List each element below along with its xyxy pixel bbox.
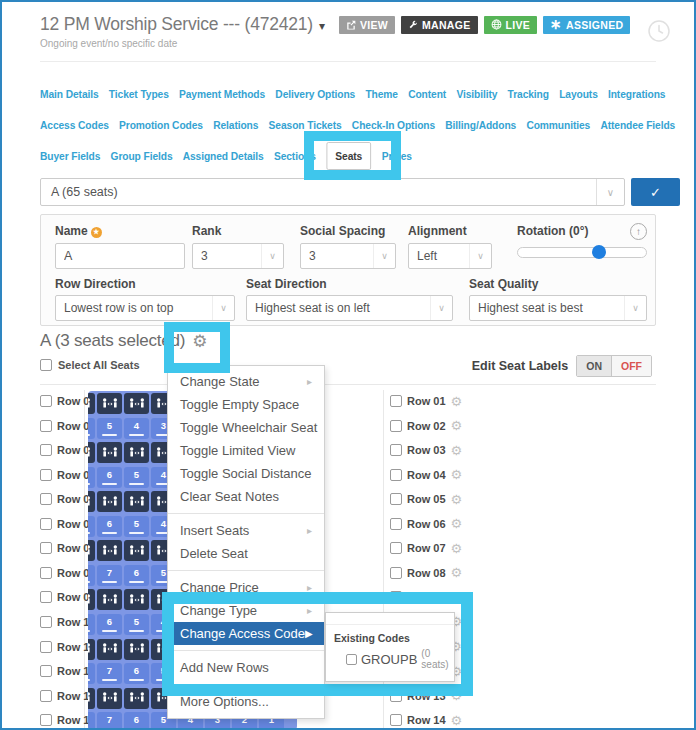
row-checkbox[interactable] xyxy=(40,665,52,677)
social-spacing-select[interactable]: 3∨ xyxy=(300,243,396,269)
row-checkbox[interactable] xyxy=(40,714,52,726)
seat-8[interactable]: 8 xyxy=(88,712,95,730)
row-checkbox[interactable] xyxy=(390,690,402,702)
menu-item-clear-seat-notes[interactable]: Clear Seat Notes xyxy=(168,485,324,508)
tab-main-details[interactable]: Main Details xyxy=(40,88,99,100)
section-select[interactable]: A (65 seats) ∨ xyxy=(40,178,625,206)
seat-6[interactable]: 6 xyxy=(124,663,149,684)
menu-item-change-state[interactable]: Change State▸ xyxy=(168,370,324,393)
seat-6[interactable]: 6 xyxy=(97,467,122,488)
row-settings-gear-icon[interactable]: ⚙ xyxy=(451,714,463,727)
edit-labels-on-button[interactable]: ON xyxy=(577,356,612,376)
seat-direction-select[interactable]: Highest seat is on left∨ xyxy=(246,295,453,321)
seat-6[interactable]: 6 xyxy=(124,712,149,730)
row-settings-gear-icon[interactable]: ⚙ xyxy=(451,566,463,579)
seat-5[interactable]: 5 xyxy=(124,467,149,488)
select-all-checkbox[interactable] xyxy=(40,359,52,371)
menu-item-more-options[interactable]: More Options... xyxy=(168,690,324,713)
menu-item-toggle-limited-view[interactable]: Toggle Limited View xyxy=(168,439,324,462)
blocked-seat[interactable] xyxy=(88,491,95,512)
tab-prices[interactable]: Prices xyxy=(382,150,412,162)
live-badge[interactable]: LIVE xyxy=(484,16,538,34)
row-settings-gear-icon[interactable]: ⚙ xyxy=(451,689,463,702)
seat-5[interactable]: 5 xyxy=(97,418,122,439)
menu-item-change-price[interactable]: Change Price▸ xyxy=(168,576,324,599)
rotation-slider-thumb[interactable] xyxy=(592,245,606,259)
tab-sections[interactable]: Sections xyxy=(274,150,316,162)
groupb-checkbox[interactable] xyxy=(346,654,357,665)
blocked-seat[interactable] xyxy=(88,688,95,709)
tab-relations[interactable]: Relations xyxy=(213,119,258,131)
row-checkbox[interactable] xyxy=(390,542,402,554)
row-checkbox[interactable] xyxy=(40,493,52,505)
blocked-seat[interactable] xyxy=(124,639,149,660)
select-all-seats[interactable]: Select All Seats xyxy=(40,359,140,371)
tab-access-codes[interactable]: Access Codes xyxy=(40,119,109,131)
tab-delivery-options[interactable]: Delivery Options xyxy=(275,88,355,100)
seat-quality-select[interactable]: Highest seat is best∨ xyxy=(469,295,647,321)
blocked-seat[interactable] xyxy=(124,540,149,561)
row-checkbox[interactable] xyxy=(40,542,52,554)
tab-check-in-options[interactable]: Check-In Options xyxy=(352,119,435,131)
row-checkbox[interactable] xyxy=(40,420,52,432)
blocked-seat[interactable] xyxy=(88,393,95,414)
blocked-seat[interactable] xyxy=(97,688,122,709)
row-settings-gear-icon[interactable]: ⚙ xyxy=(451,591,463,604)
edit-labels-off-button[interactable]: OFF xyxy=(612,356,651,376)
blocked-seat[interactable] xyxy=(97,589,122,610)
row-checkbox[interactable] xyxy=(40,518,52,530)
blocked-seat[interactable] xyxy=(124,393,149,414)
tab-season-tickets[interactable]: Season Tickets xyxy=(269,119,342,131)
assigned-badge[interactable]: ∗ASSIGNED xyxy=(543,16,630,34)
seat-6[interactable]: 6 xyxy=(124,565,149,586)
tab-integrations[interactable]: Integrations xyxy=(608,88,665,100)
blocked-seat[interactable] xyxy=(88,589,95,610)
seat-8[interactable]: 8 xyxy=(88,565,95,586)
seat-6[interactable]: 6 xyxy=(97,516,122,537)
row-settings-gear-icon[interactable]: ⚙ xyxy=(451,395,463,408)
row-checkbox[interactable] xyxy=(390,567,402,579)
seat-7[interactable]: 7 xyxy=(97,663,122,684)
name-field[interactable] xyxy=(55,243,185,269)
tab-seats[interactable]: Seats xyxy=(326,142,371,170)
collapse-panel-icon[interactable]: ↑ xyxy=(630,223,647,240)
tab-ticket-types[interactable]: Ticket Types xyxy=(109,88,169,100)
tab-billing-addons[interactable]: Billing/Addons xyxy=(445,119,516,131)
blocked-seat[interactable] xyxy=(124,688,149,709)
confirm-section-button[interactable]: ✓ xyxy=(631,178,680,206)
menu-item-toggle-empty-space[interactable]: Toggle Empty Space xyxy=(168,393,324,416)
blocked-seat[interactable] xyxy=(97,442,122,463)
row-checkbox[interactable] xyxy=(40,591,52,603)
view-badge[interactable]: VIEW xyxy=(339,16,395,34)
seat-7[interactable]: 7 xyxy=(97,565,122,586)
seat-5[interactable]: 5 xyxy=(124,516,149,537)
row-checkbox[interactable] xyxy=(40,444,52,456)
menu-item-insert-seats[interactable]: Insert Seats▸ xyxy=(168,519,324,542)
tab-buyer-fields[interactable]: Buyer Fields xyxy=(40,150,100,162)
seat-4[interactable]: 4 xyxy=(124,418,149,439)
tab-promotion-codes[interactable]: Promotion Codes xyxy=(119,119,203,131)
menu-item-delete-seat[interactable]: Delete Seat xyxy=(168,542,324,565)
seat-7[interactable]: 7 xyxy=(88,614,95,635)
blocked-seat[interactable] xyxy=(97,491,122,512)
row-checkbox[interactable] xyxy=(40,641,52,653)
seat-6[interactable]: 6 xyxy=(88,418,95,439)
rotation-slider[interactable] xyxy=(517,247,647,258)
tab-content[interactable]: Content xyxy=(408,88,446,100)
tab-visibility[interactable]: Visibility xyxy=(456,88,497,100)
seat-5[interactable]: 5 xyxy=(124,614,149,635)
seat-7[interactable]: 7 xyxy=(88,516,95,537)
manage-badge[interactable]: MANAGE xyxy=(401,16,477,34)
title-dropdown-caret-icon[interactable]: ▾ xyxy=(319,19,325,33)
menu-item-change-access-code[interactable]: Change Access Code▶ xyxy=(168,622,324,645)
row-settings-gear-icon[interactable]: ⚙ xyxy=(451,493,463,506)
row-checkbox[interactable] xyxy=(390,591,402,603)
section-settings-gear-icon[interactable]: ⚙ xyxy=(192,333,207,350)
alignment-select[interactable]: Left∨ xyxy=(408,243,492,269)
blocked-seat[interactable] xyxy=(88,442,95,463)
blocked-seat[interactable] xyxy=(88,639,95,660)
tab-attendee-fields[interactable]: Attendee Fields xyxy=(600,119,675,131)
row-checkbox[interactable] xyxy=(40,690,52,702)
tab-theme[interactable]: Theme xyxy=(365,88,398,100)
row-checkbox[interactable] xyxy=(390,714,402,726)
